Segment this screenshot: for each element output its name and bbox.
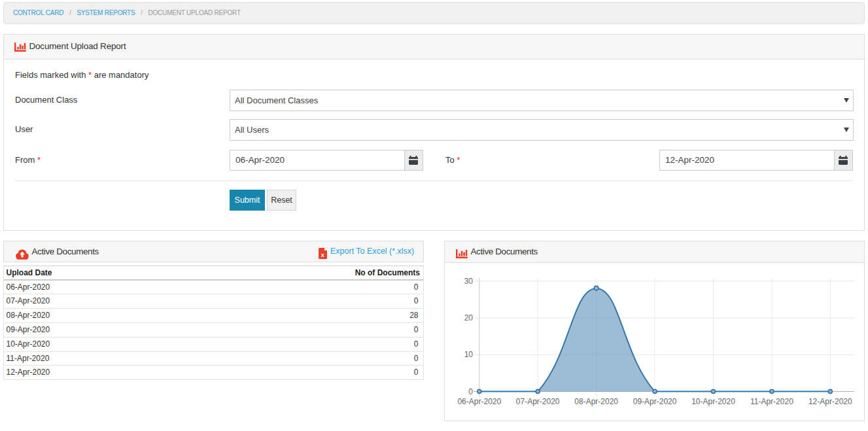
svg-text:07-Apr-2020: 07-Apr-2020 [516,397,560,406]
svg-text:09-Apr-2020: 09-Apr-2020 [633,397,677,406]
svg-text:08-Apr-2020: 08-Apr-2020 [574,397,618,406]
svg-text:10-Apr-2020: 10-Apr-2020 [691,397,735,406]
svg-text:20: 20 [464,313,474,322]
svg-text:11-Apr-2020: 11-Apr-2020 [750,397,793,406]
svg-text:30: 30 [464,277,474,286]
svg-text:x: x [321,252,324,258]
svg-text:0: 0 [468,387,473,396]
svg-text:06-Apr-2020: 06-Apr-2020 [457,397,501,406]
svg-text:12-Apr-2020: 12-Apr-2020 [808,397,852,406]
svg-text:10: 10 [464,350,474,359]
